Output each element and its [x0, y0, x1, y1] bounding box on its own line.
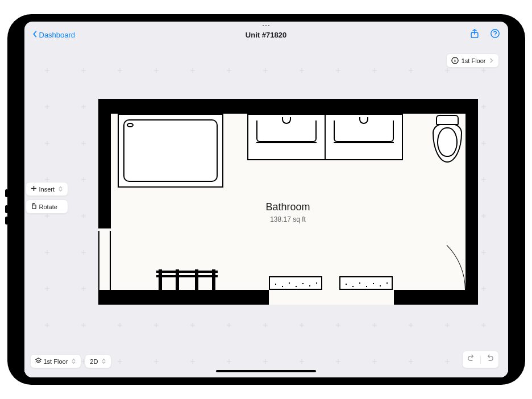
sink-left	[248, 115, 326, 159]
rotate-icon	[31, 203, 37, 210]
screen: Dashboard Unit #71820	[24, 22, 508, 377]
ipad-device-frame: Dashboard Unit #71820	[7, 14, 525, 385]
device-button	[5, 205, 8, 213]
view-mode-selector[interactable]: 2D	[85, 354, 111, 368]
svg-rect-4	[454, 59, 455, 59]
left-toolbar: Insert Rotate	[26, 182, 69, 214]
device-button	[5, 189, 8, 197]
wall	[394, 290, 478, 305]
separator	[480, 356, 481, 364]
toilet-fixture[interactable]	[433, 115, 462, 163]
drain-icon	[127, 123, 134, 127]
sink-right	[326, 115, 402, 159]
floor-selector-bottom[interactable]: 1st Floor	[30, 354, 82, 368]
updown-icon	[58, 186, 63, 193]
back-button[interactable]: Dashboard	[32, 30, 76, 40]
nav-bar: Dashboard Unit #71820	[24, 22, 508, 48]
layers-icon	[35, 358, 41, 365]
home-indicator[interactable]	[216, 370, 316, 372]
svg-rect-6	[32, 205, 35, 209]
back-label: Dashboard	[39, 31, 76, 39]
canvas[interactable]: 1st Floor Insert	[24, 48, 508, 377]
window	[98, 231, 111, 290]
floor-selector-bottom-label: 1st Floor	[44, 358, 68, 365]
insert-label: Insert	[39, 186, 55, 193]
page-title: Unit #71820	[246, 31, 286, 39]
bottom-left-controls: 1st Floor 2D	[30, 354, 112, 368]
svg-marker-7	[35, 358, 40, 361]
undo-button[interactable]	[467, 354, 476, 365]
room-name: Bathroom	[98, 201, 478, 213]
undo-redo-group	[462, 351, 499, 368]
insert-button[interactable]: Insert	[26, 182, 69, 196]
plus-icon	[31, 185, 37, 193]
room-label: Bathroom 138.17 sq ft	[98, 201, 478, 223]
updown-icon	[71, 358, 76, 365]
chevron-right-icon	[489, 57, 494, 64]
svg-point-2	[494, 36, 495, 36]
shower-fixture[interactable]	[118, 114, 223, 188]
floor-selector-top-label: 1st Floor	[462, 57, 486, 64]
chevron-left-icon	[32, 30, 38, 40]
view-mode-label: 2D	[90, 358, 98, 365]
vanity-fixture[interactable]	[247, 114, 403, 160]
updown-icon	[101, 358, 106, 365]
floor-badge-icon	[451, 57, 459, 64]
svg-rect-5	[454, 60, 455, 63]
room-area: 138.17 sq ft	[98, 215, 478, 223]
planter-fixture[interactable]	[269, 276, 322, 290]
redo-button[interactable]	[485, 354, 494, 365]
wall	[98, 99, 478, 114]
floor-plan[interactable]: Bathroom 138.17 sq ft	[98, 99, 478, 305]
svg-point-1	[491, 30, 498, 38]
rotate-button[interactable]: Rotate	[26, 200, 69, 214]
towel-rail-fixture[interactable]	[159, 269, 215, 290]
planter-fixture[interactable]	[339, 276, 393, 290]
wall	[98, 290, 269, 305]
share-button[interactable]	[469, 28, 480, 41]
help-button[interactable]	[490, 28, 500, 41]
device-button	[5, 217, 8, 225]
floor-selector-top[interactable]: 1st Floor	[446, 53, 499, 68]
rotate-label: Rotate	[39, 203, 57, 210]
